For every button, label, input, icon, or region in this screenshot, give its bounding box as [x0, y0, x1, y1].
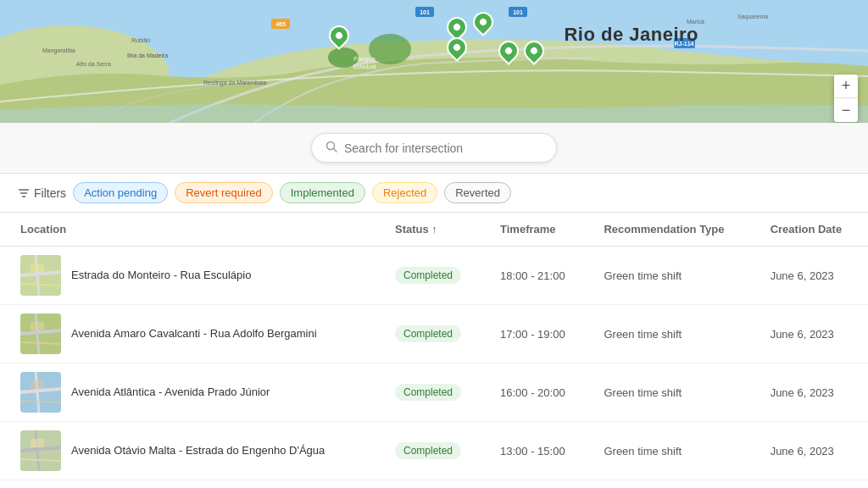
svg-rect-30	[31, 263, 44, 272]
table-area: Location Status ↑ Timeframe Recommendati…	[0, 213, 868, 488]
status-badge: Completed	[395, 442, 461, 459]
location-thumbnail	[20, 372, 61, 413]
location-name: Avenida Otávio Malta - Estrada do Engenh…	[71, 443, 325, 458]
cell-creation-date: June 6, 2023	[757, 305, 868, 363]
svg-text:465: 465	[275, 21, 286, 27]
table-row[interactable]: Avenida Atlântica - Avenida Prado Júnior…	[0, 363, 868, 422]
cell-location: Avenida Atlântica - Avenida Prado Júnior	[0, 363, 381, 422]
col-header-timeframe: Timeframe	[487, 213, 590, 247]
cell-status: Completed	[381, 422, 487, 480]
col-header-creation-date: Creation Date	[757, 213, 868, 247]
col-header-location: Location	[0, 213, 381, 247]
zoom-out-button[interactable]: −	[834, 98, 858, 122]
location-name: Avenida Atlântica - Avenida Prado Júnior	[71, 385, 270, 400]
cell-location: Avenida Amaro Cavalcanti - Rua Adolfo Be…	[0, 305, 381, 363]
svg-text:Alto da Serra: Alto da Serra	[76, 61, 111, 67]
cell-recommendation-type: Green time shift	[590, 363, 756, 422]
cell-recommendation-type: Green time shift	[590, 305, 756, 363]
svg-text:Ilha da Madeira: Ilha da Madeira	[127, 53, 168, 58]
filter-chip-rejected[interactable]: Rejected	[372, 182, 437, 203]
cell-status: Completed	[381, 363, 487, 422]
cell-location: Rua Embaixador Carlos Taylor - Rua Marqu…	[0, 480, 381, 489]
location-name: Estrada do Monteiro - Rua Esculápio	[71, 268, 251, 283]
cell-status: Completed	[381, 247, 487, 305]
cell-timeframe: 16:00 - 20:00	[487, 363, 590, 422]
table-row[interactable]: Avenida Amaro Cavalcanti - Rua Adolfo Be…	[0, 305, 868, 363]
status-badge: Completed	[395, 384, 461, 401]
col-header-recommendation-type: Recommendation Type	[590, 213, 756, 247]
search-box	[311, 133, 557, 163]
cell-creation-date: June 6, 2023	[757, 247, 868, 305]
filter-chip-reverted[interactable]: Reverted	[444, 182, 511, 203]
cell-status: Completed	[381, 480, 487, 489]
cell-status: Completed	[381, 305, 487, 363]
filter-chip-action-pending[interactable]: Action pending	[73, 182, 168, 203]
cell-creation-date: June 6, 2023	[757, 480, 868, 489]
svg-rect-35	[31, 322, 44, 330]
recommendations-table: Location Status ↑ Timeframe Recommendati…	[0, 213, 868, 488]
filters-toggle[interactable]: Filters	[17, 186, 66, 200]
zoom-controls: + −	[834, 75, 858, 122]
table-row[interactable]: Avenida Otávio Malta - Estrada do Engenh…	[0, 422, 868, 480]
location-thumbnail	[20, 313, 61, 354]
search-input[interactable]	[344, 141, 542, 155]
search-icon	[326, 141, 337, 155]
svg-text:101: 101	[420, 9, 430, 15]
svg-text:Parque: Parque	[353, 55, 376, 63]
filters-area: Filters Action pending Revert required I…	[0, 174, 868, 213]
table-row[interactable]: Estrada do Monteiro - Rua Esculápio Comp…	[0, 247, 868, 305]
city-label: Rio de Janeiro	[564, 24, 698, 46]
svg-text:Estadual: Estadual	[353, 64, 376, 69]
cell-recommendation-type: Green time shift	[590, 247, 756, 305]
table-header-row: Location Status ↑ Timeframe Recommendati…	[0, 213, 868, 247]
svg-line-22	[334, 149, 337, 152]
status-badge: Completed	[395, 267, 461, 284]
location-thumbnail	[20, 430, 61, 471]
filters-label: Filters	[34, 186, 66, 200]
cell-creation-date: June 6, 2023	[757, 363, 868, 422]
svg-rect-45	[31, 439, 44, 447]
location-thumbnail	[20, 255, 61, 296]
filter-icon	[17, 186, 31, 200]
location-name: Avenida Amaro Cavalcanti - Rua Adolfo Be…	[71, 326, 317, 341]
cell-recommendation-type: Green time shift	[590, 422, 756, 480]
filter-chip-implemented[interactable]: Implemented	[280, 182, 365, 203]
svg-text:Rubião: Rubião	[131, 37, 150, 43]
cell-timeframe: 13:00 - 15:00	[487, 422, 590, 480]
status-badge: Completed	[395, 325, 461, 342]
cell-timeframe: 10:00 - 20:00	[487, 480, 590, 489]
cell-creation-date: June 6, 2023	[757, 422, 868, 480]
filter-chip-revert-required[interactable]: Revert required	[175, 182, 273, 203]
cell-location: Estrada do Monteiro - Rua Esculápio	[0, 247, 381, 305]
table-row[interactable]: Rua Embaixador Carlos Taylor - Rua Marqu…	[0, 480, 868, 489]
zoom-in-button[interactable]: +	[834, 75, 858, 98]
cell-recommendation-type: Green time shift	[590, 480, 756, 489]
cell-timeframe: 17:00 - 19:00	[487, 305, 590, 363]
svg-text:101: 101	[513, 9, 523, 15]
cell-timeframe: 18:00 - 21:00	[487, 247, 590, 305]
search-area	[0, 123, 868, 174]
svg-text:Saquarema: Saquarema	[737, 14, 768, 20]
map-view[interactable]: Parque Estadual Alto da Serra Mangaratib…	[0, 0, 868, 123]
cell-location: Avenida Otávio Malta - Estrada do Engenh…	[0, 422, 381, 480]
svg-text:Mangaratiba: Mangaratiba	[42, 47, 75, 54]
svg-rect-40	[31, 380, 44, 389]
table-body: Estrada do Monteiro - Rua Esculápio Comp…	[0, 247, 868, 489]
svg-text:Restinga da Marambaia: Restinga da Marambaia	[203, 80, 266, 86]
col-header-status[interactable]: Status ↑	[381, 213, 487, 247]
